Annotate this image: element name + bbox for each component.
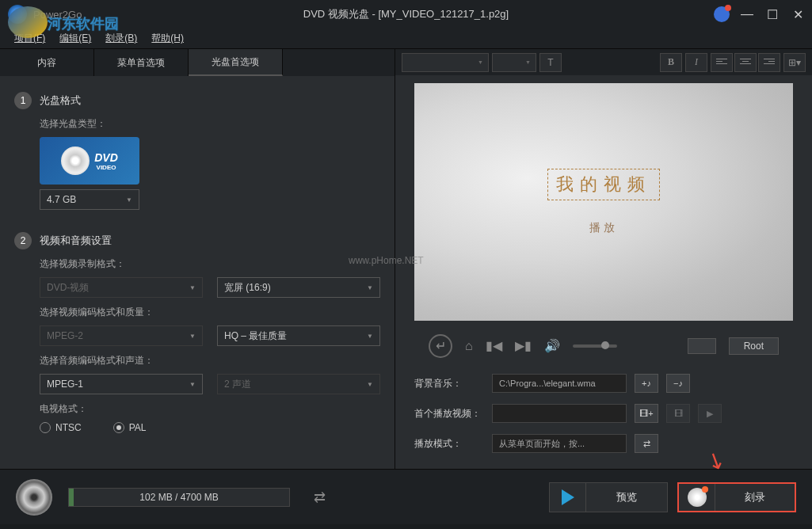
home-button[interactable]: ⌂ bbox=[465, 339, 473, 353]
tv-format-label: 电视格式： bbox=[40, 402, 380, 416]
burn-disc-icon bbox=[688, 488, 707, 507]
align-right-button[interactable] bbox=[758, 53, 780, 72]
left-panel: 内容 菜单首选项 光盘首选项 1 光盘格式 选择光盘类型： DVDVIDEO 4… bbox=[0, 49, 395, 469]
player-controls: ↵ ⌂ ▮◀ ▶▮ 🔊 Root bbox=[414, 329, 793, 363]
tab-spacer bbox=[283, 49, 395, 76]
layout-button[interactable]: ⊞▾ bbox=[783, 53, 806, 72]
add-music-button[interactable]: +♪ bbox=[635, 374, 658, 393]
step-1-title: 光盘格式 bbox=[40, 93, 81, 108]
font-size-dropdown[interactable] bbox=[492, 53, 536, 72]
burn-button[interactable]: 刻录 bbox=[677, 482, 796, 512]
step-1-subtitle: 选择光盘类型： bbox=[40, 117, 380, 131]
window-title: DVD 视频光盘 - [MY_VIDEO_121217_1.p2g] bbox=[303, 7, 509, 21]
video-encode-label: 选择视频编码格式和质量： bbox=[40, 306, 380, 319]
watermark-center-text: www.pHome.NET bbox=[349, 255, 424, 266]
bottom-bar: 102 MB / 4700 MB ⇄ 预览 刻录 bbox=[0, 469, 812, 524]
bgm-value[interactable]: C:\Progra...\elegant.wma bbox=[492, 374, 627, 393]
menu-title-text[interactable]: 我的视频 bbox=[547, 169, 660, 200]
tab-content[interactable]: 内容 bbox=[0, 49, 94, 76]
video-format-dropdown[interactable]: DVD-视频 bbox=[40, 277, 203, 298]
font-family-dropdown[interactable] bbox=[402, 53, 489, 72]
play-video-button[interactable]: ▶ bbox=[698, 404, 722, 423]
remove-music-button[interactable]: −♪ bbox=[666, 374, 690, 393]
disc-status-icon bbox=[16, 479, 52, 516]
align-left-button[interactable] bbox=[711, 53, 733, 72]
watermark-site-text: 河东软件园 bbox=[48, 14, 119, 33]
audio-channels-dropdown[interactable]: 2 声道 bbox=[217, 374, 380, 394]
step-2-number: 2 bbox=[14, 232, 32, 249]
prev-button[interactable]: ▮◀ bbox=[486, 338, 502, 353]
playmode-label: 播放模式： bbox=[414, 437, 484, 451]
video-format-label: 选择视频录制格式： bbox=[40, 257, 380, 271]
preview-button[interactable]: 预览 bbox=[549, 482, 668, 512]
next-button[interactable]: ▶▮ bbox=[515, 338, 532, 353]
menu-burn[interactable]: 刻录(B) bbox=[105, 32, 137, 45]
volume-slider[interactable] bbox=[573, 344, 617, 348]
watermark-logo bbox=[8, 6, 48, 38]
play-icon bbox=[562, 489, 574, 505]
firstplay-value[interactable] bbox=[492, 404, 627, 423]
aspect-ratio-dropdown[interactable]: 宽屏 (16:9) bbox=[217, 277, 380, 298]
enter-button[interactable]: ↵ bbox=[429, 334, 452, 358]
tab-disc-pref[interactable]: 光盘首选项 bbox=[189, 49, 283, 76]
menu-edit[interactable]: 编辑(E) bbox=[59, 32, 91, 45]
disc-size-dropdown[interactable]: 4.7 GB bbox=[40, 189, 139, 210]
swap-button[interactable]: ⇄ bbox=[314, 489, 326, 506]
audio-encode-label: 选择音频编码格式和声道： bbox=[40, 354, 380, 367]
radio-icon bbox=[40, 422, 51, 433]
menubar: 项目(F) 编辑(E) 刻录(B) 帮助(H) bbox=[0, 29, 812, 49]
dvd-label: DVDVIDEO bbox=[94, 151, 118, 171]
volume-icon[interactable]: 🔊 bbox=[544, 338, 560, 353]
minimize-button[interactable]: — bbox=[739, 7, 755, 21]
firstplay-label: 首个播放视频： bbox=[414, 407, 484, 421]
menu-preview[interactable]: 我的视频 播放 bbox=[414, 83, 793, 321]
tab-menu-pref[interactable]: 菜单首选项 bbox=[94, 49, 189, 76]
audio-codec-dropdown[interactable]: MPEG-1 bbox=[40, 374, 203, 394]
playmode-edit-button[interactable]: ⇄ bbox=[635, 434, 658, 453]
radio-ntsc[interactable]: NTSC bbox=[40, 422, 82, 433]
disc-type-dvd[interactable]: DVDVIDEO bbox=[40, 137, 139, 185]
align-center-button[interactable] bbox=[734, 53, 757, 72]
text-toolbar: T B I ⊞▾ bbox=[395, 49, 812, 75]
step-1-number: 1 bbox=[14, 92, 32, 109]
add-video-button[interactable]: 🎞+ bbox=[635, 404, 658, 423]
italic-button[interactable]: I bbox=[685, 53, 707, 72]
maximize-button[interactable]: ☐ bbox=[764, 7, 780, 22]
radio-pal[interactable]: PAL bbox=[113, 422, 147, 433]
remove-video-button[interactable]: 🎞 bbox=[666, 404, 690, 423]
right-panel: T B I ⊞▾ 我的视频 播放 ↵ ⌂ ▮◀ ▶▮ 🔊 bbox=[395, 49, 812, 469]
video-codec-dropdown[interactable]: MPEG-2 bbox=[40, 325, 203, 346]
chapter-button[interactable] bbox=[688, 338, 716, 354]
bold-button[interactable]: B bbox=[660, 53, 682, 72]
notification-icon[interactable] bbox=[714, 6, 730, 22]
disc-icon bbox=[61, 147, 90, 175]
close-button[interactable]: ✕ bbox=[790, 7, 806, 22]
font-color-button[interactable]: T bbox=[539, 53, 562, 72]
menu-help[interactable]: 帮助(H) bbox=[151, 32, 184, 45]
step-2-title: 视频和音频设置 bbox=[40, 234, 112, 248]
root-button[interactable]: Root bbox=[729, 337, 779, 355]
titlebar: Power2Go DVD 视频光盘 - [MY_VIDEO_121217_1.p… bbox=[0, 0, 812, 29]
radio-icon bbox=[113, 422, 124, 433]
size-progress: 102 MB / 4700 MB bbox=[68, 488, 290, 507]
bgm-label: 背景音乐： bbox=[414, 377, 484, 390]
video-quality-dropdown[interactable]: HQ – 最佳质量 bbox=[217, 325, 380, 346]
menu-play-text[interactable]: 播放 bbox=[589, 221, 618, 235]
playmode-value[interactable]: 从菜单页面开始，按... bbox=[492, 434, 627, 453]
